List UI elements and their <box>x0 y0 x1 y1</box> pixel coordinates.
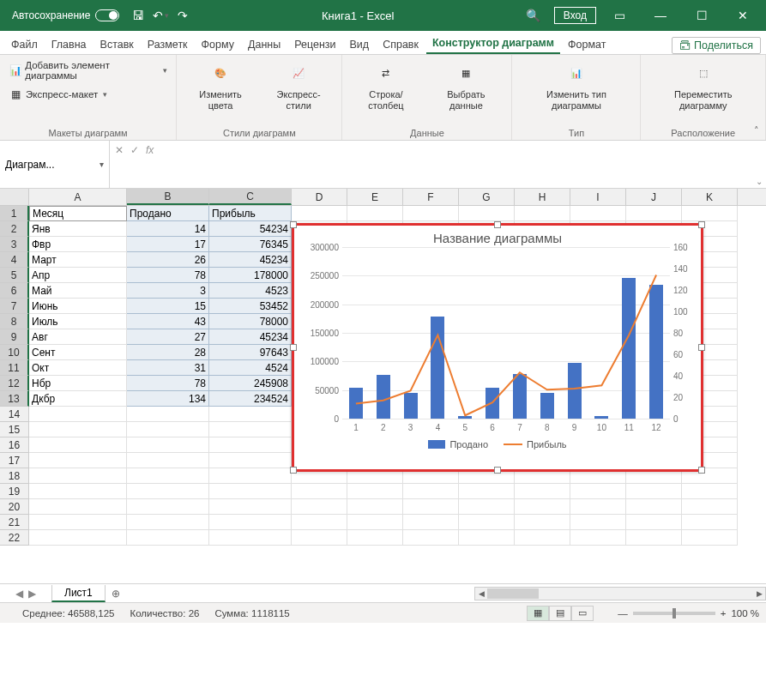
view-normal-button[interactable]: ▦ <box>527 606 549 621</box>
zoom-slider[interactable] <box>633 612 715 615</box>
cell[interactable] <box>127 484 209 499</box>
cell[interactable] <box>209 438 292 453</box>
cell[interactable] <box>682 530 738 546</box>
resize-handle[interactable] <box>698 344 705 351</box>
cell[interactable] <box>626 206 682 221</box>
cell[interactable]: Нбр <box>29 376 127 391</box>
cell[interactable]: 53452 <box>209 299 292 314</box>
cell[interactable] <box>682 206 738 221</box>
row-header[interactable]: 6 <box>0 283 29 299</box>
search-icon[interactable]: 🔍 <box>526 9 540 22</box>
cell[interactable] <box>29 422 127 438</box>
cell[interactable] <box>626 515 682 530</box>
cell[interactable] <box>29 438 127 453</box>
cell[interactable]: 43 <box>127 314 209 329</box>
cell[interactable] <box>515 484 570 499</box>
cell[interactable] <box>403 206 459 221</box>
cell[interactable] <box>459 206 515 221</box>
cell[interactable] <box>570 484 626 499</box>
row-header[interactable]: 12 <box>0 376 29 391</box>
cell[interactable] <box>570 499 626 515</box>
cell[interactable] <box>127 438 209 453</box>
cell[interactable] <box>127 499 209 515</box>
fx-icon[interactable]: fx <box>146 144 154 156</box>
tab-home[interactable]: Главна <box>45 35 93 54</box>
ribbon-options-icon[interactable]: ▭ <box>601 0 637 31</box>
cell[interactable] <box>570 530 626 546</box>
resize-handle[interactable] <box>494 467 501 474</box>
cell[interactable] <box>403 499 459 515</box>
close-icon[interactable]: ✕ <box>725 0 761 31</box>
zoom-control[interactable]: — + 100 % <box>618 608 759 619</box>
chevron-down-icon[interactable]: ▾ <box>100 160 104 169</box>
row-header[interactable]: 2 <box>0 221 29 237</box>
cell[interactable]: Окт <box>29 360 127 376</box>
column-header[interactable]: H <box>515 189 570 205</box>
cell[interactable]: Фвр <box>29 237 127 252</box>
row-header[interactable]: 16 <box>0 438 29 453</box>
cell[interactable] <box>570 515 626 530</box>
scroll-right-icon[interactable]: ▶ <box>753 588 765 600</box>
cell[interactable]: Месяц <box>29 206 127 221</box>
column-header[interactable]: D <box>292 189 347 205</box>
cell[interactable] <box>209 422 292 438</box>
cell[interactable]: Сент <box>29 345 127 360</box>
toggle-icon[interactable] <box>95 9 119 21</box>
sheet-next-icon[interactable]: ▶ <box>28 588 36 600</box>
tab-help[interactable]: Справк <box>377 35 425 54</box>
cell[interactable] <box>292 499 347 515</box>
cell[interactable] <box>209 530 292 546</box>
column-header[interactable]: E <box>347 189 403 205</box>
cell[interactable] <box>459 515 515 530</box>
row-header[interactable]: 10 <box>0 345 29 360</box>
row-header[interactable]: 8 <box>0 314 29 329</box>
share-button[interactable]: 🖆 Поделиться <box>672 37 761 54</box>
chart-object[interactable]: Название диаграммы 050000100000150000200… <box>292 223 703 472</box>
cell[interactable]: 45234 <box>209 252 292 268</box>
cell[interactable]: Янв <box>29 221 127 237</box>
cell[interactable] <box>127 530 209 546</box>
cell[interactable] <box>29 453 127 468</box>
add-sheet-button[interactable]: ⊕ <box>106 588 126 600</box>
cell[interactable] <box>403 484 459 499</box>
move-chart-button[interactable]: ⬚ Переместить диаграмму <box>648 58 758 113</box>
save-icon[interactable]: 🖫 <box>131 9 145 22</box>
cell[interactable] <box>626 484 682 499</box>
cell[interactable]: 28 <box>127 345 209 360</box>
cell[interactable]: Апр <box>29 268 127 283</box>
row-header[interactable]: 22 <box>0 530 29 546</box>
cell[interactable] <box>209 468 292 484</box>
cell[interactable] <box>127 515 209 530</box>
select-all-button[interactable] <box>0 189 29 205</box>
chart-title[interactable]: Название диаграммы <box>294 226 701 247</box>
chart-plot-area[interactable]: 0500001000001500002000002500003000000204… <box>342 247 670 419</box>
cell[interactable]: 45234 <box>209 329 292 345</box>
cell[interactable] <box>347 484 403 499</box>
cell[interactable]: Июль <box>29 314 127 329</box>
cell[interactable] <box>127 453 209 468</box>
cell[interactable] <box>292 515 347 530</box>
cell[interactable]: 26 <box>127 252 209 268</box>
cell[interactable] <box>209 407 292 422</box>
cell[interactable] <box>347 499 403 515</box>
cell[interactable]: 78 <box>127 268 209 283</box>
cell[interactable] <box>127 468 209 484</box>
confirm-icon[interactable]: ✓ <box>130 144 139 156</box>
row-header[interactable]: 4 <box>0 252 29 268</box>
cell[interactable]: 4524 <box>209 360 292 376</box>
column-header[interactable]: G <box>459 189 515 205</box>
resize-handle[interactable] <box>494 221 501 228</box>
cell[interactable] <box>682 515 738 530</box>
autosave-toggle[interactable]: Автосохранение <box>12 9 119 21</box>
column-header[interactable]: C <box>209 189 292 205</box>
cell[interactable]: Май <box>29 283 127 299</box>
horizontal-scrollbar[interactable]: ◀ ▶ <box>474 587 766 600</box>
cell[interactable]: 27 <box>127 329 209 345</box>
tab-insert[interactable]: Вставк <box>94 35 140 54</box>
cell[interactable] <box>29 484 127 499</box>
expand-formula-icon[interactable]: ⌄ <box>756 177 763 186</box>
zoom-in-icon[interactable]: + <box>721 608 727 619</box>
cell[interactable] <box>459 499 515 515</box>
row-header[interactable]: 5 <box>0 268 29 283</box>
row-header[interactable]: 7 <box>0 299 29 314</box>
